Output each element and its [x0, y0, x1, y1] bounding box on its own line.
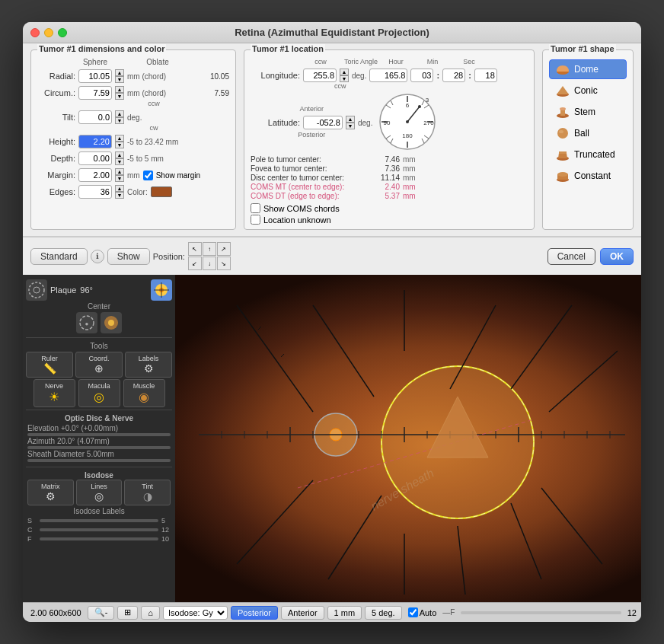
circum-stepper[interactable]: ▲ ▼ — [115, 86, 124, 100]
edges-stepper[interactable]: ▲ ▼ — [115, 185, 124, 199]
shape-stem-button[interactable]: Stem — [549, 102, 627, 122]
azimuth-slider[interactable] — [27, 446, 171, 449]
height-up[interactable]: ▲ — [115, 135, 124, 142]
longitude-up[interactable]: ▲ — [340, 69, 349, 75]
standard-button[interactable]: Standard — [30, 248, 88, 265]
center-icon[interactable] — [151, 279, 172, 301]
pos-icon-1[interactable]: ↖ — [188, 242, 202, 256]
pos-icon-5[interactable]: ↓ — [203, 257, 216, 270]
radial-up[interactable]: ▲ — [115, 69, 124, 76]
labels-tool[interactable]: Labels ⚙ — [125, 352, 172, 378]
circum-up[interactable]: ▲ — [115, 86, 124, 93]
plaque-icon3[interactable] — [101, 312, 122, 333]
nerve-tool[interactable]: Nerve ☀ — [34, 379, 75, 407]
matrix-label: Matrix — [30, 483, 71, 490]
latitude-stepper[interactable]: ▲ ▼ — [346, 116, 355, 129]
show-margin-checkbox[interactable] — [143, 171, 153, 180]
info-button[interactable]: ℹ — [91, 250, 104, 263]
posterior-button[interactable]: Posterior — [231, 606, 278, 620]
circum-input[interactable] — [78, 86, 112, 100]
radial-input[interactable] — [78, 69, 112, 83]
latitude-input[interactable] — [303, 116, 343, 129]
ok-button[interactable]: OK — [600, 248, 634, 265]
shape-ball-button[interactable]: Ball — [549, 123, 627, 143]
height-down[interactable]: ▼ — [115, 142, 124, 148]
f-status-slider[interactable] — [461, 611, 621, 614]
pos-icon-3[interactable]: ↗ — [217, 242, 231, 256]
show-coms-checkbox[interactable] — [251, 203, 260, 213]
margin-down[interactable]: ▼ — [115, 175, 124, 182]
plaque-icon[interactable] — [26, 279, 47, 301]
coms-dt-row: COMS DT (edge to edge): 5.37 mm — [251, 192, 528, 200]
radial-down[interactable]: ▼ — [115, 76, 124, 83]
tilt-down[interactable]: ▼ — [115, 117, 124, 124]
depth-stepper[interactable]: ▲ ▼ — [115, 151, 124, 165]
tilt-stepper[interactable]: ▲ ▼ — [115, 110, 124, 124]
pos-icon-6[interactable]: ↘ — [217, 257, 231, 270]
zoom-in-button[interactable]: ⊞ — [117, 606, 138, 620]
circum-down[interactable]: ▼ — [115, 93, 124, 100]
muscle-tool[interactable]: Muscle ◉ — [123, 379, 165, 407]
min-input[interactable] — [442, 69, 465, 82]
matrix-tool[interactable]: Matrix ⚙ — [27, 480, 74, 505]
s-slider[interactable] — [40, 519, 158, 522]
dome-icon — [556, 62, 570, 76]
longitude-stepper[interactable]: ▲ ▼ — [340, 69, 349, 82]
c-slider[interactable] — [40, 528, 158, 531]
elevation-slider[interactable] — [27, 433, 171, 436]
shape-dome-button[interactable]: Dome — [549, 59, 627, 79]
height-input[interactable] — [78, 135, 112, 148]
cancel-button[interactable]: Cancel — [547, 248, 595, 265]
isodose-select[interactable]: Isodose: Gy — [163, 606, 228, 620]
anterior-button[interactable]: Anterior — [281, 606, 324, 620]
tilt-up[interactable]: ▲ — [115, 110, 124, 117]
lines-tool[interactable]: Lines ◎ — [76, 480, 123, 505]
zoom-out-button[interactable]: 🔍- — [88, 606, 115, 620]
shape-truncated-button[interactable]: Truncated — [549, 145, 627, 164]
tilt-input[interactable] — [78, 110, 112, 124]
macula-tool[interactable]: Macula ◎ — [78, 379, 120, 407]
tint-tool[interactable]: Tint ◑ — [124, 480, 171, 505]
pos-icon-4[interactable]: ↙ — [188, 257, 202, 270]
radial-stepper[interactable]: ▲ ▼ — [115, 69, 124, 83]
minimize-button[interactable] — [44, 28, 53, 37]
longitude-input[interactable] — [303, 69, 337, 82]
home-button[interactable]: ⌂ — [141, 606, 160, 620]
dome-label: Dome — [574, 64, 599, 75]
location-unknown-checkbox[interactable] — [251, 215, 260, 225]
hour-input[interactable] — [410, 69, 433, 82]
close-button[interactable] — [30, 28, 40, 37]
plaque-icon2[interactable]: ● — [76, 312, 97, 333]
edges-down[interactable]: ▼ — [115, 192, 124, 199]
margin-input[interactable] — [78, 168, 112, 182]
edges-up[interactable]: ▲ — [115, 185, 124, 192]
depth-down[interactable]: ▼ — [115, 158, 124, 165]
margin-stepper[interactable]: ▲ ▼ — [115, 168, 124, 182]
ruler-tool[interactable]: Ruler 📏 — [26, 352, 73, 378]
shape-constant-button[interactable]: Constant — [549, 166, 627, 186]
margin-up[interactable]: ▲ — [115, 168, 124, 175]
latitude-up[interactable]: ▲ — [346, 116, 355, 123]
auto-checkbox[interactable] — [408, 607, 418, 617]
color-swatch[interactable] — [151, 187, 172, 197]
depth-up[interactable]: ▲ — [115, 151, 124, 158]
coord-tool[interactable]: Coord. ⊕ — [75, 352, 123, 378]
mm-button[interactable]: 1 mm — [327, 606, 362, 620]
show-button[interactable]: Show — [107, 248, 150, 265]
longitude-down[interactable]: ▼ — [340, 75, 349, 82]
pos-icon-2[interactable]: ↑ — [203, 242, 216, 256]
toric-input[interactable] — [369, 69, 407, 82]
shape-conic-button[interactable]: Conic — [549, 81, 627, 100]
edges-input[interactable] — [78, 185, 112, 199]
depth-input[interactable] — [78, 151, 112, 165]
sheath-slider[interactable] — [27, 459, 171, 462]
elevation-label: Elevation +0.0° (+0.00mm) — [27, 424, 171, 432]
sec-input[interactable] — [474, 69, 497, 82]
deg-button[interactable]: 5 deg. — [365, 606, 402, 620]
retina-canvas[interactable]: nerve sheath — [175, 275, 641, 602]
latitude-down[interactable]: ▼ — [346, 123, 355, 129]
f-slider[interactable] — [40, 537, 158, 540]
ball-icon — [556, 126, 570, 140]
maximize-button[interactable] — [58, 28, 67, 37]
height-stepper[interactable]: ▲ ▼ — [115, 135, 124, 148]
